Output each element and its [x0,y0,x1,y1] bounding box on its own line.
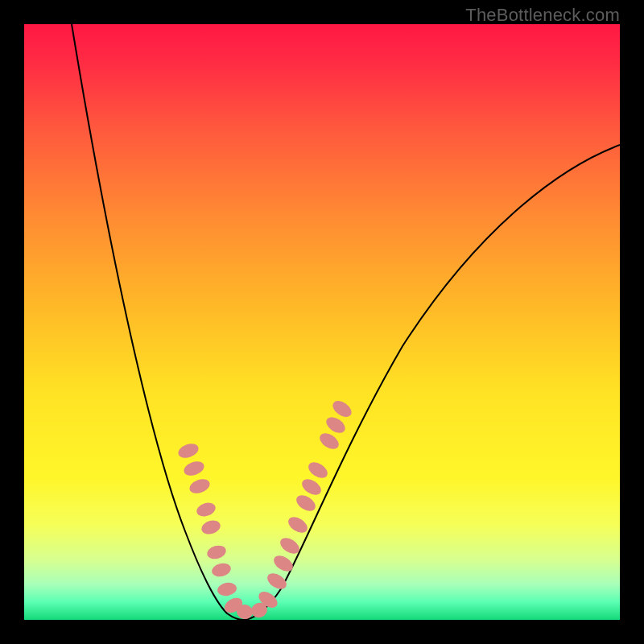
svg-rect-0 [24,24,620,620]
plot-area [24,24,620,620]
chart-container: TheBottleneck.com [0,0,644,644]
watermark-text: TheBottleneck.com [465,5,620,26]
gradient-background [24,24,620,620]
